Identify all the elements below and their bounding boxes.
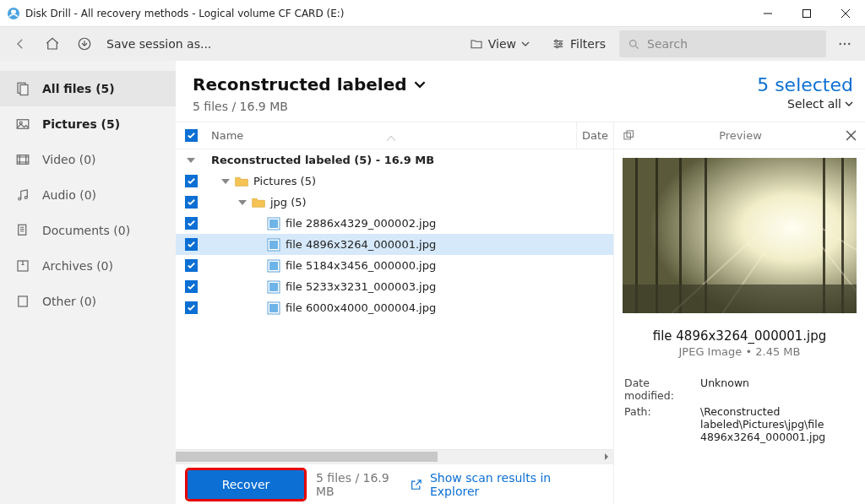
select-all-label: Select all bbox=[787, 97, 841, 111]
sidebar-item-label: Pictures (5) bbox=[42, 117, 120, 131]
sidebar-item-label: Video (0) bbox=[42, 153, 96, 166]
column-name[interactable]: Name bbox=[206, 129, 576, 142]
row-checkbox[interactable] bbox=[185, 175, 198, 187]
row-checkbox[interactable] bbox=[185, 196, 198, 209]
file-row[interactable]: file 5184x3456_000000.jpg bbox=[176, 255, 613, 276]
toolbar: Save session as... View Filters Search bbox=[0, 26, 865, 61]
preview-date-value: Unknown bbox=[700, 377, 855, 402]
search-placeholder: Search bbox=[647, 37, 688, 51]
back-button[interactable] bbox=[7, 30, 34, 57]
search-icon bbox=[628, 38, 640, 51]
file-tree: Reconstructed labeled (5) - 16.9 MB Pict… bbox=[176, 149, 613, 449]
file-row[interactable]: file 5233x3231_000003.jpg bbox=[176, 276, 613, 297]
svg-rect-20 bbox=[19, 296, 28, 306]
scroll-right-icon[interactable] bbox=[599, 450, 613, 463]
minimize-button[interactable] bbox=[748, 0, 787, 26]
svg-point-4 bbox=[555, 40, 558, 42]
column-date[interactable]: Date bbox=[576, 122, 613, 149]
collapse-icon[interactable] bbox=[187, 156, 195, 165]
sidebar-item-pictures[interactable]: Pictures (5) bbox=[0, 106, 176, 142]
image-file-icon bbox=[267, 280, 280, 294]
sidebar: All files (5) Pictures (5) Video (0) Aud… bbox=[0, 61, 176, 504]
preview-title: Preview bbox=[719, 129, 762, 142]
svg-rect-26 bbox=[269, 262, 278, 270]
row-checkbox[interactable] bbox=[185, 217, 198, 230]
scrollbar-thumb[interactable] bbox=[176, 452, 438, 462]
horizontal-scrollbar[interactable] bbox=[176, 449, 613, 463]
tree-row-jpg[interactable]: jpg (5) bbox=[176, 192, 613, 213]
preview-filename: file 4896x3264_000001.jpg bbox=[614, 328, 865, 344]
sidebar-item-other[interactable]: Other (0) bbox=[0, 284, 176, 319]
preview-panel: Preview bbox=[613, 122, 865, 504]
file-row[interactable]: file 2886x4329_000002.jpg bbox=[176, 213, 613, 234]
image-file-icon bbox=[267, 217, 280, 230]
external-link-icon bbox=[410, 478, 423, 491]
preview-path-key: Path: bbox=[624, 405, 700, 443]
content-title-text: Reconstructed labeled bbox=[193, 74, 407, 95]
content-title[interactable]: Reconstructed labeled bbox=[193, 74, 426, 95]
sidebar-item-audio[interactable]: Audio (0) bbox=[0, 177, 176, 213]
row-checkbox[interactable] bbox=[185, 238, 198, 251]
footer: Recover 5 files / 16.9 MB Show scan resu… bbox=[176, 463, 613, 504]
view-dropdown[interactable]: View bbox=[461, 30, 538, 57]
svg-point-7 bbox=[630, 40, 637, 46]
close-preview-icon[interactable] bbox=[846, 130, 857, 141]
sidebar-item-all-files[interactable]: All files (5) bbox=[0, 71, 176, 106]
search-input[interactable]: Search bbox=[619, 30, 826, 57]
footer-summary: 5 files / 16.9 MB bbox=[316, 471, 410, 498]
more-button[interactable] bbox=[831, 30, 858, 57]
image-file-icon bbox=[267, 259, 280, 273]
window-title: Disk Drill - All recovery methods - Logi… bbox=[25, 8, 345, 19]
svg-point-8 bbox=[840, 43, 841, 45]
image-file-icon bbox=[267, 301, 280, 315]
collapse-icon[interactable] bbox=[238, 198, 247, 207]
tree-row-pictures[interactable]: Pictures (5) bbox=[176, 171, 613, 192]
preview-meta: JPEG Image • 2.45 MB bbox=[614, 345, 865, 358]
filters-button[interactable]: Filters bbox=[543, 30, 614, 57]
save-session-icon[interactable] bbox=[71, 30, 98, 57]
svg-rect-24 bbox=[269, 241, 278, 249]
file-row[interactable]: file 6000x4000_000004.jpg bbox=[176, 297, 613, 318]
chevron-down-icon bbox=[521, 40, 530, 48]
sidebar-item-video[interactable]: Video (0) bbox=[0, 142, 176, 177]
filters-label: Filters bbox=[570, 37, 606, 51]
svg-rect-44 bbox=[623, 285, 857, 313]
home-button[interactable] bbox=[39, 30, 66, 57]
sidebar-item-label: Archives (0) bbox=[42, 259, 113, 273]
svg-rect-28 bbox=[269, 283, 278, 291]
maximize-button[interactable] bbox=[787, 0, 826, 26]
svg-rect-31 bbox=[624, 133, 631, 139]
sidebar-item-documents[interactable]: Documents (0) bbox=[0, 213, 176, 248]
folder-icon bbox=[470, 37, 483, 51]
sidebar-item-label: Audio (0) bbox=[42, 188, 96, 202]
collapse-icon[interactable] bbox=[221, 177, 230, 186]
preview-path-value: \Reconstructed labeled\Pictures\jpg\file… bbox=[700, 405, 855, 443]
pictures-icon bbox=[15, 117, 30, 132]
row-checkbox[interactable] bbox=[185, 280, 198, 293]
selected-count: 5 selected bbox=[757, 74, 853, 95]
row-checkbox[interactable] bbox=[185, 259, 198, 272]
title-bar: Disk Drill - All recovery methods - Logi… bbox=[0, 0, 865, 26]
preview-date-key: Date modified: bbox=[624, 377, 700, 402]
sidebar-item-archives[interactable]: Archives (0) bbox=[0, 248, 176, 284]
video-icon bbox=[15, 152, 30, 167]
svg-rect-13 bbox=[17, 120, 29, 129]
sliders-icon bbox=[552, 37, 565, 51]
select-all-checkbox[interactable] bbox=[185, 129, 198, 142]
tree-row-root[interactable]: Reconstructed labeled (5) - 16.9 MB bbox=[176, 149, 613, 171]
select-all-button[interactable]: Select all bbox=[757, 97, 853, 111]
save-session-label[interactable]: Save session as... bbox=[103, 37, 215, 51]
show-in-explorer-link[interactable]: Show scan results in Explorer bbox=[410, 471, 601, 498]
popout-icon[interactable] bbox=[623, 129, 635, 142]
recover-button[interactable]: Recover bbox=[188, 470, 304, 499]
sidebar-item-label: Documents (0) bbox=[42, 224, 130, 237]
svg-rect-2 bbox=[803, 9, 811, 17]
archives-icon bbox=[15, 258, 30, 274]
svg-rect-32 bbox=[627, 131, 634, 138]
file-row[interactable]: file 4896x3264_000001.jpg bbox=[176, 234, 613, 255]
row-checkbox[interactable] bbox=[185, 301, 198, 314]
sidebar-item-label: All files (5) bbox=[42, 82, 115, 95]
svg-point-6 bbox=[556, 46, 558, 48]
view-label: View bbox=[488, 37, 516, 51]
close-button[interactable] bbox=[826, 0, 865, 26]
